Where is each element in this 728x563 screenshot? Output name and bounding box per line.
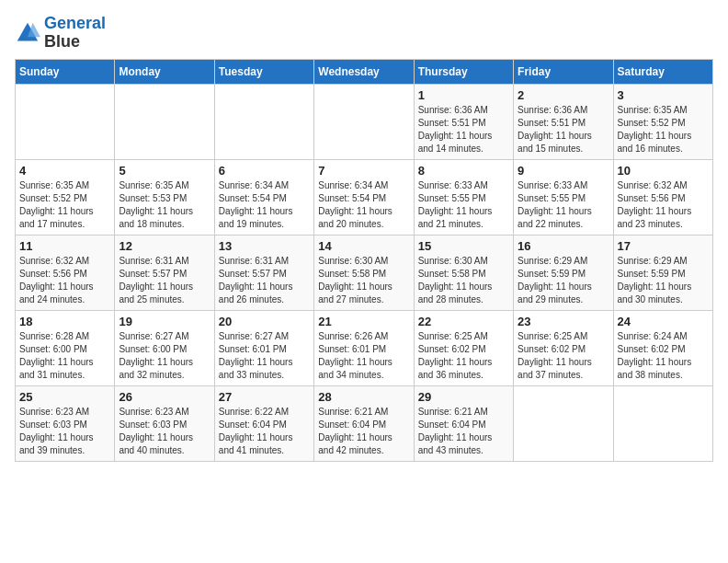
day-info: Sunrise: 6:27 AM Sunset: 6:01 PM Dayligh… [219,330,310,382]
calendar-cell: 17Sunrise: 6:29 AM Sunset: 5:59 PM Dayli… [613,235,712,310]
calendar-table: SundayMondayTuesdayWednesdayThursdayFrid… [15,59,713,462]
day-info: Sunrise: 6:30 AM Sunset: 5:58 PM Dayligh… [418,255,509,306]
calendar-cell: 20Sunrise: 6:27 AM Sunset: 6:01 PM Dayli… [214,310,313,385]
calendar-cell: 11Sunrise: 6:32 AM Sunset: 5:56 PM Dayli… [16,235,115,310]
day-info: Sunrise: 6:32 AM Sunset: 5:56 PM Dayligh… [19,255,110,306]
logo: General Blue [15,15,106,52]
calendar-cell: 25Sunrise: 6:23 AM Sunset: 6:03 PM Dayli… [16,385,115,461]
calendar-cell: 29Sunrise: 6:21 AM Sunset: 6:04 PM Dayli… [414,385,513,461]
day-info: Sunrise: 6:25 AM Sunset: 6:02 PM Dayligh… [518,330,609,382]
day-info: Sunrise: 6:30 AM Sunset: 5:58 PM Dayligh… [318,255,409,306]
calendar-cell: 28Sunrise: 6:21 AM Sunset: 6:04 PM Dayli… [314,385,414,461]
day-number: 6 [219,164,310,178]
day-number: 29 [418,390,509,404]
calendar-cell: 2Sunrise: 6:36 AM Sunset: 5:51 PM Daylig… [514,84,613,159]
calendar-cell [115,84,214,159]
day-number: 9 [518,164,609,178]
day-info: Sunrise: 6:34 AM Sunset: 5:54 PM Dayligh… [219,179,310,231]
weekday-header-thursday: Thursday [414,59,513,84]
day-number: 21 [318,315,409,328]
day-info: Sunrise: 6:24 AM Sunset: 6:02 PM Dayligh… [618,330,709,382]
calendar-cell: 7Sunrise: 6:34 AM Sunset: 5:54 PM Daylig… [314,159,414,235]
weekday-header-wednesday: Wednesday [314,59,414,84]
day-info: Sunrise: 6:29 AM Sunset: 5:59 PM Dayligh… [518,255,609,306]
calendar-cell: 14Sunrise: 6:30 AM Sunset: 5:58 PM Dayli… [314,235,414,310]
calendar-cell: 13Sunrise: 6:31 AM Sunset: 5:57 PM Dayli… [214,235,313,310]
calendar-cell: 10Sunrise: 6:32 AM Sunset: 5:56 PM Dayli… [613,159,712,235]
day-number: 1 [418,88,509,102]
day-number: 17 [618,239,709,253]
day-info: Sunrise: 6:35 AM Sunset: 5:52 PM Dayligh… [618,104,709,155]
day-number: 10 [618,164,709,178]
calendar-cell: 22Sunrise: 6:25 AM Sunset: 6:02 PM Dayli… [414,310,513,385]
weekday-header-saturday: Saturday [613,59,712,84]
logo-icon [15,20,40,46]
calendar-cell: 18Sunrise: 6:28 AM Sunset: 6:00 PM Dayli… [16,310,115,385]
day-number: 25 [19,390,110,404]
day-info: Sunrise: 6:27 AM Sunset: 6:00 PM Dayligh… [119,330,210,382]
calendar-cell [214,84,313,159]
calendar-cell: 24Sunrise: 6:24 AM Sunset: 6:02 PM Dayli… [613,310,712,385]
day-number: 4 [19,164,110,178]
day-number: 5 [119,164,210,178]
day-info: Sunrise: 6:26 AM Sunset: 6:01 PM Dayligh… [318,330,409,382]
day-info: Sunrise: 6:31 AM Sunset: 5:57 PM Dayligh… [119,255,210,306]
calendar-cell [16,84,115,159]
weekday-header-monday: Monday [115,59,214,84]
calendar-cell [314,84,414,159]
day-info: Sunrise: 6:36 AM Sunset: 5:51 PM Dayligh… [518,104,609,155]
day-number: 7 [318,164,409,178]
day-number: 14 [318,239,409,253]
weekday-header-tuesday: Tuesday [214,59,313,84]
calendar-cell: 6Sunrise: 6:34 AM Sunset: 5:54 PM Daylig… [214,159,313,235]
calendar-cell: 15Sunrise: 6:30 AM Sunset: 5:58 PM Dayli… [414,235,513,310]
calendar-cell: 9Sunrise: 6:33 AM Sunset: 5:55 PM Daylig… [514,159,613,235]
day-info: Sunrise: 6:32 AM Sunset: 5:56 PM Dayligh… [618,179,709,231]
logo-text: General Blue [44,15,106,52]
calendar-cell: 27Sunrise: 6:22 AM Sunset: 6:04 PM Dayli… [214,385,313,461]
calendar-cell [514,385,613,461]
day-info: Sunrise: 6:35 AM Sunset: 5:52 PM Dayligh… [19,179,110,231]
day-number: 15 [418,239,509,253]
day-number: 28 [318,390,409,404]
calendar-cell [613,385,712,461]
day-info: Sunrise: 6:34 AM Sunset: 5:54 PM Dayligh… [318,179,409,231]
day-info: Sunrise: 6:21 AM Sunset: 6:04 PM Dayligh… [418,406,509,457]
day-info: Sunrise: 6:21 AM Sunset: 6:04 PM Dayligh… [318,406,409,457]
calendar-cell: 23Sunrise: 6:25 AM Sunset: 6:02 PM Dayli… [514,310,613,385]
calendar-cell: 26Sunrise: 6:23 AM Sunset: 6:03 PM Dayli… [115,385,214,461]
day-info: Sunrise: 6:36 AM Sunset: 5:51 PM Dayligh… [418,104,509,155]
day-number: 13 [219,239,310,253]
day-info: Sunrise: 6:29 AM Sunset: 5:59 PM Dayligh… [618,255,709,306]
calendar-cell: 4Sunrise: 6:35 AM Sunset: 5:52 PM Daylig… [16,159,115,235]
day-info: Sunrise: 6:23 AM Sunset: 6:03 PM Dayligh… [19,406,110,457]
day-number: 16 [518,239,609,253]
day-number: 27 [219,390,310,404]
day-number: 12 [119,239,210,253]
calendar-cell: 1Sunrise: 6:36 AM Sunset: 5:51 PM Daylig… [414,84,513,159]
calendar-cell: 8Sunrise: 6:33 AM Sunset: 5:55 PM Daylig… [414,159,513,235]
day-info: Sunrise: 6:35 AM Sunset: 5:53 PM Dayligh… [119,179,210,231]
day-info: Sunrise: 6:28 AM Sunset: 6:00 PM Dayligh… [19,330,110,382]
day-number: 22 [418,315,509,328]
day-number: 26 [119,390,210,404]
day-info: Sunrise: 6:22 AM Sunset: 6:04 PM Dayligh… [219,406,310,457]
calendar-cell: 19Sunrise: 6:27 AM Sunset: 6:00 PM Dayli… [115,310,214,385]
day-number: 20 [219,315,310,328]
calendar-cell: 21Sunrise: 6:26 AM Sunset: 6:01 PM Dayli… [314,310,414,385]
day-number: 11 [19,239,110,253]
day-number: 18 [19,315,110,328]
day-number: 19 [119,315,210,328]
page-header: General Blue [15,15,713,52]
day-info: Sunrise: 6:23 AM Sunset: 6:03 PM Dayligh… [119,406,210,457]
weekday-header-sunday: Sunday [16,59,115,84]
day-info: Sunrise: 6:25 AM Sunset: 6:02 PM Dayligh… [418,330,509,382]
day-info: Sunrise: 6:33 AM Sunset: 5:55 PM Dayligh… [518,179,609,231]
day-number: 2 [518,88,609,102]
calendar-cell: 5Sunrise: 6:35 AM Sunset: 5:53 PM Daylig… [115,159,214,235]
weekday-header-friday: Friday [514,59,613,84]
day-number: 3 [618,88,709,102]
day-number: 24 [618,315,709,328]
day-info: Sunrise: 6:31 AM Sunset: 5:57 PM Dayligh… [219,255,310,306]
calendar-cell: 12Sunrise: 6:31 AM Sunset: 5:57 PM Dayli… [115,235,214,310]
